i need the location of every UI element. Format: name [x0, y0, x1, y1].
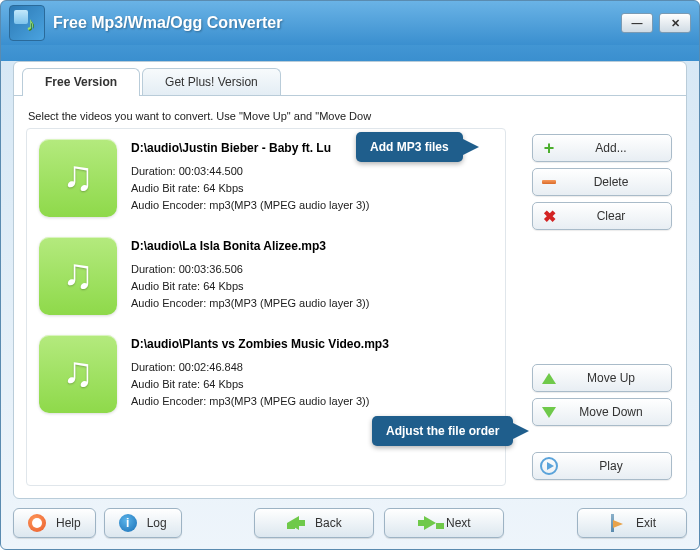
- content-panel: Free Version Get Plus! Version Select th…: [13, 61, 687, 499]
- callout-file-order: Adjust the file order: [372, 416, 513, 446]
- delete-label: Delete: [569, 175, 663, 189]
- movedown-label: Move Down: [569, 405, 663, 419]
- file-bitrate: Audio Bit rate: 64 Kbps: [131, 180, 493, 197]
- next-button[interactable]: Next: [384, 508, 504, 538]
- delete-button[interactable]: Delete: [532, 168, 672, 196]
- move-down-button[interactable]: Move Down: [532, 398, 672, 426]
- file-duration: Duration: 00:02:46.848: [131, 359, 493, 376]
- file-bitrate: Audio Bit rate: 64 Kbps: [131, 278, 493, 295]
- back-label: Back: [315, 516, 342, 530]
- log-label: Log: [147, 516, 167, 530]
- arrow-left-icon: [287, 514, 305, 532]
- file-encoder: Audio Encoder: mp3(MP3 (MPEG audio layer…: [131, 393, 493, 410]
- add-button[interactable]: + Add...: [532, 134, 672, 162]
- file-duration: Duration: 00:03:36.506: [131, 261, 493, 278]
- list-item[interactable]: D:\audio\Plants vs Zombies Music Video.m…: [27, 325, 505, 423]
- file-path: D:\audio\Plants vs Zombies Music Video.m…: [131, 337, 493, 351]
- file-meta: Duration: 00:03:36.506 Audio Bit rate: 6…: [131, 261, 493, 312]
- music-file-icon: [39, 335, 117, 413]
- instruction-text: Select the videos you want to convert. U…: [28, 110, 674, 122]
- file-info: D:\audio\La Isla Bonita Alizee.mp3 Durat…: [131, 237, 493, 315]
- help-icon: [28, 514, 46, 532]
- info-icon: i: [119, 514, 137, 532]
- side-buttons-order: Move Up Move Down: [532, 364, 672, 426]
- app-window: Free Mp3/Wma/Ogg Converter — ✕ Free Vers…: [0, 0, 700, 550]
- exit-icon: [608, 514, 626, 532]
- app-icon: [9, 5, 45, 41]
- file-meta: Duration: 00:03:44.500 Audio Bit rate: 6…: [131, 163, 493, 214]
- tab-strip: Free Version Get Plus! Version: [14, 62, 686, 96]
- x-icon: ✖: [539, 206, 559, 226]
- file-meta: Duration: 00:02:46.848 Audio Bit rate: 6…: [131, 359, 493, 410]
- file-path: D:\audio\La Isla Bonita Alizee.mp3: [131, 239, 493, 253]
- arrow-down-icon: [539, 402, 559, 422]
- arrow-up-icon: [539, 368, 559, 388]
- add-label: Add...: [569, 141, 663, 155]
- move-up-button[interactable]: Move Up: [532, 364, 672, 392]
- file-encoder: Audio Encoder: mp3(MP3 (MPEG audio layer…: [131, 197, 493, 214]
- clear-label: Clear: [569, 209, 663, 223]
- window-controls: — ✕: [621, 13, 691, 33]
- callout-add-files: Add MP3 files: [356, 132, 463, 162]
- app-title: Free Mp3/Wma/Ogg Converter: [53, 14, 621, 32]
- tab-plus-version[interactable]: Get Plus! Version: [142, 68, 281, 96]
- play-button[interactable]: Play: [532, 452, 672, 480]
- side-buttons-top: + Add... Delete ✖ Clear: [532, 134, 672, 230]
- exit-button[interactable]: Exit: [577, 508, 687, 538]
- music-file-icon: [39, 237, 117, 315]
- tab-free-version[interactable]: Free Version: [22, 68, 140, 96]
- play-label: Play: [569, 459, 663, 473]
- list-item[interactable]: D:\audio\La Isla Bonita Alizee.mp3 Durat…: [27, 227, 505, 325]
- plus-icon: +: [539, 138, 559, 158]
- file-encoder: Audio Encoder: mp3(MP3 (MPEG audio layer…: [131, 295, 493, 312]
- file-duration: Duration: 00:03:44.500: [131, 163, 493, 180]
- back-button[interactable]: Back: [254, 508, 374, 538]
- side-buttons-play: Play: [532, 452, 672, 480]
- tab-body: Select the videos you want to convert. U…: [14, 95, 686, 498]
- close-button[interactable]: ✕: [659, 13, 691, 33]
- help-label: Help: [56, 516, 81, 530]
- minus-icon: [539, 172, 559, 192]
- arrow-right-icon: [418, 514, 436, 532]
- titlebar: Free Mp3/Wma/Ogg Converter — ✕: [1, 1, 699, 45]
- music-file-icon: [39, 139, 117, 217]
- next-label: Next: [446, 516, 471, 530]
- file-info: D:\audio\Plants vs Zombies Music Video.m…: [131, 335, 493, 413]
- file-bitrate: Audio Bit rate: 64 Kbps: [131, 376, 493, 393]
- minimize-button[interactable]: —: [621, 13, 653, 33]
- play-icon: [539, 456, 559, 476]
- clear-button[interactable]: ✖ Clear: [532, 202, 672, 230]
- log-button[interactable]: i Log: [104, 508, 182, 538]
- moveup-label: Move Up: [569, 371, 663, 385]
- exit-label: Exit: [636, 516, 656, 530]
- bottom-bar: Help i Log Back Next Exit: [13, 505, 687, 541]
- help-button[interactable]: Help: [13, 508, 96, 538]
